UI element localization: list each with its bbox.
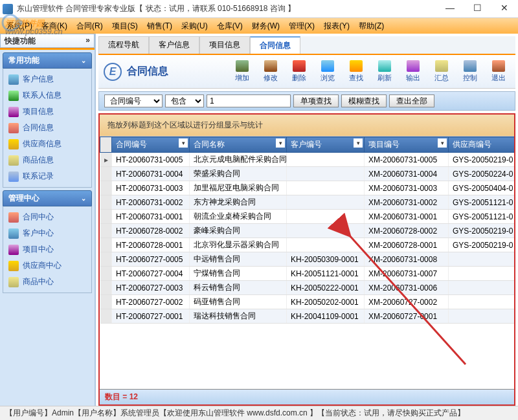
sidebar-item-project-center[interactable]: 项目中心 — [5, 241, 90, 258]
tab-contract[interactable]: 合同信息 — [250, 36, 300, 54]
menu-purchase[interactable]: 采购(U) — [177, 19, 212, 33]
sidebar-item-product[interactable]: 商品信息 — [5, 152, 90, 168]
quick-panel-header: 快捷功能 » — [0, 34, 95, 48]
delete-button[interactable]: 删除 — [287, 59, 311, 84]
close-button[interactable]: ✕ — [493, 3, 515, 16]
single-search-button[interactable]: 单项查找 — [293, 94, 339, 107]
group-common-content: 客户信息 联系人信息 项目信息 合同信息 供应商信息 商品信息 联系记录 — [3, 69, 92, 188]
add-button[interactable]: 增加 — [231, 59, 254, 84]
edit-button[interactable]: 修改 — [259, 59, 282, 84]
search-icon — [350, 60, 363, 72]
col-contract-name[interactable]: 合同名称▾ — [190, 137, 287, 153]
table-row[interactable]: HT-20060727-0002码亚销售合同KH-20050202-0001XM… — [100, 295, 515, 309]
search-all-button[interactable]: 查出全部 — [389, 94, 434, 107]
table-row[interactable]: HT-20060727-0004宁煤销售合同KH-20051121-0001XM… — [100, 267, 515, 281]
sidebar-item-product-center[interactable]: 商品中心 — [5, 274, 90, 290]
grid-footer: 数目 = 12 — [100, 389, 514, 404]
table-row[interactable]: HT-20060731-0003加里福尼亚电脑采购合同XM-20060731-0… — [100, 181, 515, 195]
exit-button[interactable]: 退出 — [487, 59, 510, 84]
export-icon — [407, 60, 420, 72]
menu-finance[interactable]: 财务(W) — [248, 19, 284, 33]
sidebar-item-customer-center[interactable]: 客户中心 — [5, 225, 90, 241]
chevron-icon: ⌄ — [81, 57, 86, 64]
group-zone[interactable]: 拖放列标题到这个区域以进行分组显示与统计 — [100, 115, 514, 137]
table-row[interactable]: HT-20060727-0003科云销售合同KH-20050222-0001XM… — [100, 281, 515, 295]
menu-bar: 系统(P) 客商(K) 合同(R) 项目(S) 销售(T) 采购(U) 仓库(V… — [0, 18, 518, 34]
filter-value-input[interactable] — [207, 94, 291, 107]
col-customer-no[interactable]: 客户编号▾ — [287, 137, 365, 153]
content-title-icon: E — [104, 63, 122, 81]
project-icon — [8, 107, 19, 117]
customer-icon — [8, 74, 19, 85]
refresh-button[interactable]: 刷新 — [373, 59, 396, 84]
table-row[interactable]: HT-20060731-0002东方神龙采购合同XM-20060731-0002… — [100, 195, 515, 210]
toolbar: 增加 修改 删除 浏览 查找 刷新 输出 汇总 控制 退出 — [231, 59, 510, 84]
grid-area: 拖放列标题到这个区域以进行分组显示与统计 合同编号▾ 合同名称▾ 客户编号▾ 项… — [98, 113, 515, 406]
group-common-header[interactable]: 常用功能⌄ — [3, 52, 92, 69]
table-row[interactable]: HT-20060728-0002豪峰采购合同XM-20060728-0002GY… — [100, 224, 515, 238]
summary-button[interactable]: 汇总 — [430, 59, 453, 84]
sidebar-item-customer[interactable]: 客户信息 — [5, 71, 90, 87]
export-button[interactable]: 输出 — [401, 59, 425, 84]
left-sidebar: 快捷功能 » 常用功能⌄ 客户信息 联系人信息 项目信息 合同信息 供应商信息 … — [0, 34, 96, 406]
menu-keshang[interactable]: 客商(K) — [38, 19, 71, 33]
table-row[interactable]: HT-20060727-0005中远销售合同KH-20050309-0001XM… — [100, 252, 515, 267]
grid-scroll[interactable]: 合同编号▾ 合同名称▾ 客户编号▾ 项目编号▾ 供应商编号▾ ▸HT-20060… — [100, 137, 514, 389]
menu-project[interactable]: 项目(S) — [108, 19, 142, 33]
menu-manage[interactable]: 管理(X) — [285, 19, 319, 33]
dropdown-icon[interactable]: ▾ — [354, 138, 363, 148]
minimize-button[interactable]: — — [439, 3, 461, 16]
sidebar-item-supplier-center[interactable]: 供应商中心 — [5, 258, 90, 274]
menu-contract[interactable]: 合同(R) — [73, 19, 107, 33]
collapse-icon[interactable]: » — [85, 36, 90, 45]
table-row[interactable]: HT-20060731-0004荣盛采购合同XM-20060731-0004GY… — [100, 167, 515, 181]
col-supplier-no[interactable]: 供应商编号▾ — [449, 137, 515, 153]
supplier-icon — [8, 139, 19, 149]
table-row[interactable]: HT-20060731-0001朝流企业桌椅采购合同XM-20060731-00… — [100, 210, 515, 224]
sidebar-item-contract[interactable]: 合同信息 — [5, 120, 90, 136]
menu-warehouse[interactable]: 仓库(V) — [213, 19, 247, 33]
chevron-icon: ⌄ — [81, 195, 86, 202]
contact-icon — [8, 91, 19, 101]
sidebar-item-supplier[interactable]: 供应商信息 — [5, 136, 90, 152]
product-icon — [8, 277, 19, 287]
tab-customer[interactable]: 客户信息 — [149, 36, 199, 54]
dropdown-icon[interactable]: ▾ — [276, 138, 285, 148]
sidebar-item-record[interactable]: 联系记录 — [5, 168, 90, 184]
search-button[interactable]: 查找 — [344, 59, 368, 84]
dropdown-icon[interactable]: ▾ — [438, 138, 447, 148]
exit-icon — [492, 60, 505, 72]
group-center-header[interactable]: 管理中心⌄ — [3, 190, 92, 206]
summary-icon — [435, 60, 448, 72]
sidebar-item-project[interactable]: 项目信息 — [5, 104, 90, 120]
filter-op-select[interactable]: 包含 — [165, 94, 204, 107]
menu-report[interactable]: 报表(Y) — [320, 19, 354, 33]
table-row[interactable]: HT-20060727-0001瑞达科技销售合同KH-20041109-0001… — [100, 309, 515, 324]
col-project-no[interactable]: 项目编号▾ — [365, 137, 449, 153]
supplier-icon — [8, 261, 19, 271]
contract-icon — [8, 123, 19, 133]
project-icon — [8, 245, 19, 255]
table-row[interactable]: HT-20060728-0001北京羽化显示器采购合同XM-20060728-0… — [100, 238, 515, 252]
filter-field-select[interactable]: 合同编号 — [104, 94, 163, 107]
sidebar-item-contact[interactable]: 联系人信息 — [5, 87, 90, 104]
tab-flow[interactable]: 流程导航 — [98, 36, 149, 54]
fuzzy-search-button[interactable]: 模糊查找 — [341, 94, 387, 107]
window-controls: — ☐ ✕ — [439, 3, 515, 16]
status-text: 【用户编号】Admin【用户名称】系统管理员【欢迎使用东山管理软件 www.ds… — [5, 408, 465, 419]
content-title: 合同信息 — [127, 65, 168, 78]
data-grid: 合同编号▾ 合同名称▾ 客户编号▾ 项目编号▾ 供应商编号▾ ▸HT-20060… — [100, 137, 514, 324]
table-row[interactable]: ▸HT-20060731-0005北京元成电脑配件采购合同XM-20060731… — [100, 153, 515, 167]
dropdown-icon[interactable]: ▾ — [179, 138, 188, 148]
maximize-button[interactable]: ☐ — [466, 3, 488, 16]
sidebar-item-contract-center[interactable]: 合同中心 — [5, 209, 90, 225]
row-count-label: 数目 = 12 — [105, 392, 138, 401]
edit-icon — [264, 60, 277, 72]
menu-sales[interactable]: 销售(T) — [143, 19, 176, 33]
tab-project[interactable]: 项目信息 — [199, 36, 250, 54]
control-button[interactable]: 控制 — [458, 59, 482, 84]
menu-help[interactable]: 帮助(Z) — [355, 19, 388, 33]
browse-button[interactable]: 浏览 — [316, 59, 339, 84]
filter-bar: 合同编号 包含 单项查找 模糊查找 查出全部 — [98, 91, 515, 111]
col-contract-no[interactable]: 合同编号▾ — [112, 137, 190, 153]
